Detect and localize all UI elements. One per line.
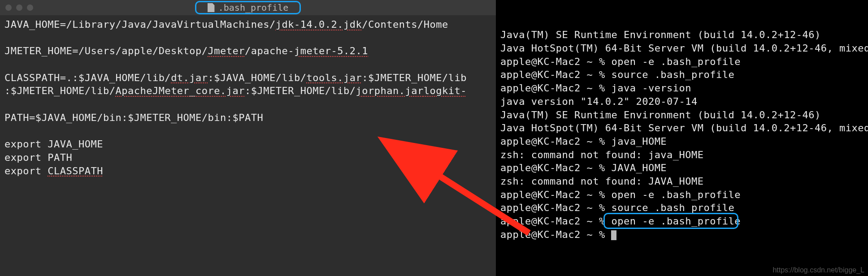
editor-title-text: .bash_profile <box>218 2 289 13</box>
terminal-line: apple@KC-Mac2 ~ % <box>500 228 868 242</box>
terminal-line: apple@KC-Mac2 ~ % java_HOME <box>500 135 868 148</box>
editor-line: export JAVA_HOME <box>4 138 491 151</box>
terminal-line: apple@KC-Mac2 ~ % java -version <box>500 82 868 95</box>
editor-titlebar: .bash_profile <box>0 0 496 15</box>
editor-content[interactable]: JAVA_HOME=/Library/Java/JavaVirtualMachi… <box>0 15 496 276</box>
terminal-line: java version "14.0.2" 2020-07-14 <box>500 95 868 108</box>
terminal-line: apple@KC-Mac2 ~ % JAVA_HOME <box>500 161 868 175</box>
editor-line <box>4 125 491 138</box>
editor-line: JAVA_HOME=/Library/Java/JavaVirtualMachi… <box>4 18 491 31</box>
terminal-line: Java HotSpot(TM) 64-Bit Server VM (build… <box>500 121 868 135</box>
editor-line: PATH=$JAVA_HOME/bin:$JMETER_HOME/bin:$PA… <box>4 111 491 125</box>
editor-line: :$JMETER_HOME/lib/ApacheJMeter_core.jar:… <box>4 84 491 98</box>
terminal-line: zsh: command not found: java_HOME <box>500 148 868 162</box>
terminal-line: apple@KC-Mac2 ~ % source .bash_profile <box>500 201 868 215</box>
document-icon <box>208 3 215 12</box>
close-icon[interactable] <box>5 4 12 11</box>
terminal-window[interactable]: Java(TM) SE Runtime Environment (build 1… <box>496 0 868 276</box>
watermark-text: https://blog.csdn.net/bigge_L <box>773 266 864 274</box>
terminal-line: apple@KC-Mac2 ~ % open -e .bash_profile <box>500 55 868 69</box>
editor-title: .bash_profile <box>208 2 289 13</box>
terminal-line: Java(TM) SE Runtime Environment (build 1… <box>500 108 868 122</box>
minimize-icon[interactable] <box>16 4 22 11</box>
terminal-line: Java(TM) SE Runtime Environment (build 1… <box>500 28 868 42</box>
editor-line <box>4 31 491 45</box>
editor-line <box>4 98 491 111</box>
zoom-icon[interactable] <box>27 4 33 11</box>
terminal-line: apple@KC-Mac2 ~ % open -e .bash_profile <box>500 215 868 228</box>
traffic-lights <box>5 4 33 11</box>
terminal-line: zsh: command not found: JAVA_HOME <box>500 175 868 188</box>
editor-line: export PATH <box>4 151 491 164</box>
editor-line: export CLASSPATH <box>4 164 491 178</box>
terminal-line: Java HotSpot(TM) 64-Bit Server VM (build… <box>500 42 868 55</box>
editor-window: .bash_profile JAVA_HOME=/Library/Java/Ja… <box>0 0 496 276</box>
editor-line: CLASSPATH=.:$JAVA_HOME/lib/dt.jar:$JAVA_… <box>4 71 491 85</box>
cursor-icon <box>611 230 616 240</box>
editor-line <box>4 58 491 71</box>
editor-line: JMETER_HOME=/Users/apple/Desktop/Jmeter/… <box>4 44 491 58</box>
terminal-line: apple@KC-Mac2 ~ % source .bash_profile <box>500 68 868 82</box>
terminal-line: apple@KC-Mac2 ~ % open -e .bash_profile <box>500 188 868 202</box>
